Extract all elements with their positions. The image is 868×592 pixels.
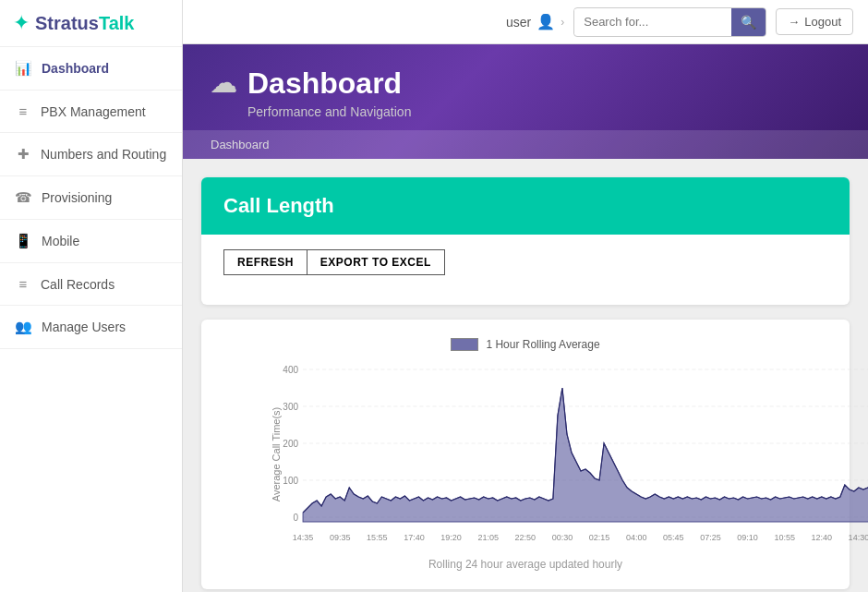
sidebar-item-label-numbers: Numbers and Routing: [41, 147, 166, 162]
logout-label: Logout: [804, 15, 841, 29]
svg-text:100: 100: [283, 476, 298, 486]
dashboard-header: ☁ Dashboard Performance and Navigation D…: [183, 44, 868, 159]
call-length-header: Call Length: [201, 177, 850, 235]
svg-text:02:15: 02:15: [589, 533, 610, 542]
logout-icon: →: [788, 15, 800, 29]
content-area: ☁ Dashboard Performance and Navigation D…: [183, 44, 868, 592]
sidebar-item-label-mobile: Mobile: [42, 234, 79, 248]
dashboard-subtitle: Performance and Navigation: [247, 104, 840, 119]
y-axis-label: Average Call Time(s): [271, 407, 282, 502]
topbar: user 👤 › 🔍 → Logout: [183, 0, 868, 44]
svg-text:09:10: 09:10: [737, 533, 758, 542]
chevron-right-icon: ›: [561, 16, 564, 29]
card-area: Call Length REFRESH EXPORT TO EXCEL 1 Ho…: [183, 159, 868, 592]
svg-text:14:35: 14:35: [293, 533, 314, 542]
logout-button[interactable]: → Logout: [776, 8, 853, 35]
svg-text:05:45: 05:45: [663, 533, 684, 542]
sidebar-item-dashboard[interactable]: 📊 Dashboard: [0, 47, 182, 91]
chart-note: Rolling 24 hour average updated hourly: [220, 558, 831, 571]
call-length-card: Call Length REFRESH EXPORT TO EXCEL: [201, 177, 850, 305]
sidebar-item-mobile[interactable]: 📱 Mobile: [0, 220, 182, 263]
svg-text:19:20: 19:20: [440, 533, 462, 542]
call-length-chart: 400 300 200 100 0 14:35 09:35 15:55: [275, 360, 868, 545]
breadcrumb: Dashboard: [183, 130, 868, 159]
svg-text:04:00: 04:00: [626, 533, 647, 542]
provisioning-icon: ☎: [15, 189, 32, 206]
sidebar-item-label-manage-users: Manage Users: [42, 320, 126, 334]
call-length-body: REFRESH EXPORT TO EXCEL: [201, 235, 850, 305]
main-area: user 👤 › 🔍 → Logout ☁ Dashboard Performa…: [183, 0, 868, 592]
svg-text:12:40: 12:40: [812, 533, 833, 542]
call-records-icon: ≡: [15, 276, 31, 292]
svg-text:22:50: 22:50: [515, 533, 536, 542]
sidebar-item-label-pbx: PBX Management: [41, 104, 146, 119]
svg-text:09:35: 09:35: [330, 533, 351, 542]
dashboard-icon: 📊: [15, 60, 32, 77]
call-length-title: Call Length: [223, 194, 827, 218]
svg-text:0: 0: [294, 513, 299, 523]
sidebar-item-manage-users[interactable]: 👥 Manage Users: [0, 306, 182, 349]
sidebar: ✦ StratusTalk 📊 Dashboard ≡ PBX Manageme…: [0, 0, 183, 592]
svg-text:10:55: 10:55: [774, 533, 795, 542]
numbers-icon: ✚: [15, 146, 31, 163]
search-bar: 🔍: [573, 7, 766, 37]
chart-container: Average Call Time(s) 400 300 200 100: [275, 360, 868, 549]
search-input[interactable]: [574, 9, 731, 34]
svg-text:14:30: 14:30: [849, 533, 868, 542]
dashboard-title: ☁ Dashboard: [211, 66, 840, 101]
logo: ✦ StratusTalk: [0, 0, 182, 47]
mobile-icon: 📱: [15, 233, 32, 249]
username-text: user: [506, 15, 531, 30]
user-area: user 👤 ›: [506, 13, 564, 30]
logo-icon: ✦: [13, 11, 30, 35]
search-button[interactable]: 🔍: [731, 8, 766, 36]
sidebar-item-numbers-routing[interactable]: ✚ Numbers and Routing: [0, 133, 182, 176]
svg-text:15:55: 15:55: [367, 533, 388, 542]
svg-text:300: 300: [283, 402, 298, 412]
logo-stratus: Stratus: [35, 13, 99, 33]
sidebar-item-label-provisioning: Provisioning: [42, 190, 112, 205]
sidebar-item-pbx-management[interactable]: ≡ PBX Management: [0, 91, 182, 133]
refresh-button[interactable]: REFRESH: [223, 249, 307, 275]
cloud-icon: ☁: [211, 68, 236, 99]
breadcrumb-text: Dashboard: [211, 138, 270, 151]
logo-text: StratusTalk: [35, 13, 134, 34]
export-button[interactable]: EXPORT TO EXCEL: [307, 249, 445, 275]
svg-text:21:05: 21:05: [477, 533, 499, 542]
sidebar-item-label-call-records: Call Records: [41, 277, 115, 292]
legend-box: [451, 338, 478, 351]
legend-label: 1 Hour Rolling Average: [486, 338, 599, 351]
svg-text:200: 200: [283, 439, 298, 449]
manage-users-icon: 👥: [15, 319, 32, 335]
sidebar-item-call-records[interactable]: ≡ Call Records: [0, 263, 182, 306]
user-icon: 👤: [536, 13, 555, 30]
chart-legend: 1 Hour Rolling Average: [220, 338, 831, 351]
dashboard-title-text: Dashboard: [247, 66, 402, 101]
sidebar-item-provisioning[interactable]: ☎ Provisioning: [0, 176, 182, 220]
pbx-icon: ≡: [15, 103, 31, 119]
sidebar-item-label-dashboard: Dashboard: [42, 61, 109, 76]
svg-text:00:30: 00:30: [552, 533, 573, 542]
chart-card: 1 Hour Rolling Average Average Call Time…: [201, 320, 850, 589]
svg-text:07:25: 07:25: [700, 533, 721, 542]
logo-talk: Talk: [99, 13, 135, 33]
action-buttons: REFRESH EXPORT TO EXCEL: [223, 249, 827, 275]
svg-text:400: 400: [283, 365, 298, 375]
svg-text:17:40: 17:40: [404, 533, 425, 542]
